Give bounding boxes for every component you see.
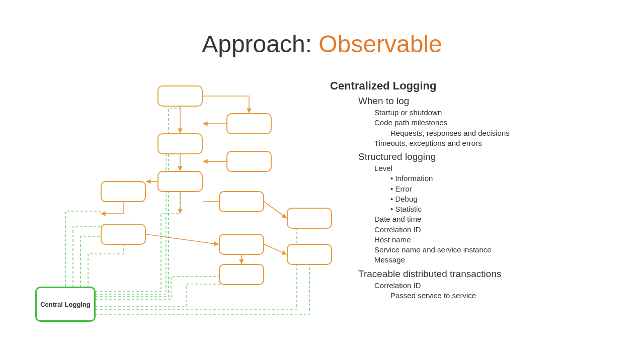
- service-node: [219, 234, 264, 255]
- content-outline: Centralized Logging When to log Startup …: [330, 79, 627, 301]
- service-node: [101, 181, 146, 202]
- item-requests: Requests, responses and decisions: [390, 128, 627, 138]
- item-level-info: Information: [390, 173, 627, 184]
- service-node: [287, 244, 332, 265]
- service-node: [287, 208, 332, 229]
- service-node: [219, 264, 264, 285]
- title-accent: Observable: [318, 31, 442, 57]
- subhead-structured-logging: Structured logging: [358, 151, 627, 162]
- service-node: [101, 224, 146, 245]
- architecture-diagram: Central Logging: [35, 83, 342, 324]
- item-level-stat: Statistic: [390, 204, 627, 214]
- slide-title: Approach: Observable: [0, 30, 644, 58]
- service-node: [157, 85, 203, 107]
- svg-line-8: [146, 234, 219, 244]
- svg-line-7: [264, 244, 287, 254]
- heading-centralized-logging: Centralized Logging: [330, 79, 627, 93]
- item-corrid: Correlation ID: [374, 225, 627, 235]
- item-timeouts: Timeouts, exceptions and errors: [374, 138, 627, 148]
- service-node: [157, 133, 203, 154]
- item-startup: Startup or shutdown: [374, 108, 627, 118]
- item-message: Message: [374, 255, 627, 265]
- item-level-debug: Debug: [390, 194, 627, 204]
- item-level-error: Error: [390, 184, 627, 194]
- service-node: [226, 113, 272, 134]
- item-level: Level: [374, 163, 627, 173]
- item-service: Service name and service instance: [374, 245, 627, 255]
- service-node: [226, 151, 272, 172]
- item-trace-pass: Passed service to service: [390, 291, 627, 301]
- item-datetime: Date and time: [374, 214, 627, 224]
- subhead-traceable: Traceable distributed transactions: [358, 268, 627, 280]
- svg-line-6: [264, 202, 287, 218]
- central-logging-node: Central Logging: [35, 287, 96, 322]
- title-plain: Approach:: [202, 31, 318, 57]
- subhead-when-to-log: When to log: [358, 96, 627, 107]
- service-node: [219, 191, 264, 212]
- item-trace-corr: Correlation ID: [374, 281, 627, 291]
- item-milestones: Code path milestones: [374, 118, 627, 128]
- service-node: [157, 171, 203, 192]
- item-host: Host name: [374, 235, 627, 245]
